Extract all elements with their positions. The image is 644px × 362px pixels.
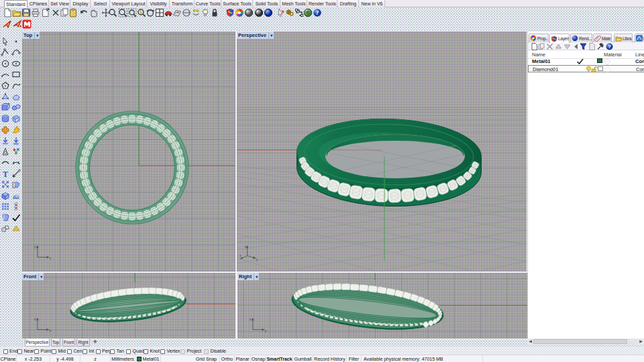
svg-text:z: z bbox=[245, 245, 247, 249]
svg-text:y: y bbox=[256, 257, 258, 261]
svg-text:T: T bbox=[3, 169, 8, 178]
svg-text:z: z bbox=[250, 317, 252, 321]
svg-text:z: z bbox=[34, 317, 36, 321]
svg-text:y: y bbox=[34, 245, 36, 249]
svg-text:x: x bbox=[50, 256, 52, 260]
svg-text:?: ? bbox=[608, 44, 611, 50]
svg-text:x: x bbox=[50, 328, 52, 333]
svg-text:x: x bbox=[239, 253, 241, 257]
svg-text:y: y bbox=[265, 328, 267, 333]
svg-text:?: ? bbox=[316, 9, 319, 16]
